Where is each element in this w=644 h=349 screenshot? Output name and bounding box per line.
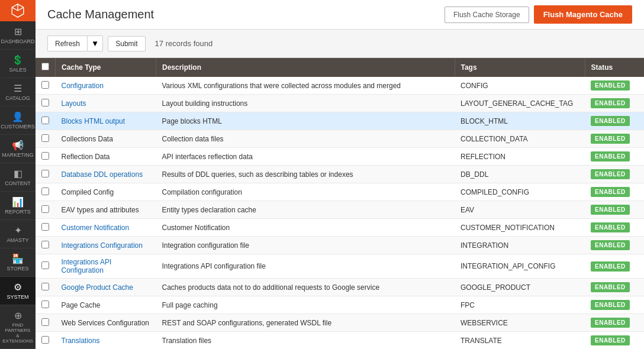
top-header: Cache Management Flush Cache Storage Flu… <box>36 0 644 30</box>
cache-type-link[interactable]: Customer Notification <box>62 224 130 232</box>
sidebar-item-find-partners[interactable]: ⊕ FIND PARTNERS& EXTENSIONS <box>0 305 36 349</box>
refresh-button[interactable]: Refresh <box>47 35 87 51</box>
description-cell: Full page caching <box>156 296 455 314</box>
status-badge: ENABLED <box>591 282 630 292</box>
cache-type-link[interactable]: Configuration <box>62 82 104 90</box>
toolbar: Refresh ▼ Submit 17 records found <box>36 30 644 58</box>
cache-type-link[interactable]: Integrations Configuration <box>62 241 143 250</box>
status-badge: ENABLED <box>591 187 630 197</box>
sidebar-item-stores[interactable]: 🏪 STORES <box>0 248 36 277</box>
cache-type-link[interactable]: Integrations API Configuration <box>62 258 112 274</box>
tags-cell: CUSTOMER_NOTIFICATION <box>455 219 585 237</box>
status-badge: ENABLED <box>591 240 630 250</box>
sidebar-item-dashboard[interactable]: ⊞ DASHBOARD <box>0 21 36 50</box>
description-cell: Entity types declaration cache <box>156 201 455 219</box>
row-checkbox[interactable] <box>41 205 49 213</box>
records-count: 17 records found <box>155 39 213 48</box>
customers-icon: 👤 <box>12 111 24 122</box>
row-checkbox[interactable] <box>41 81 49 89</box>
cache-type-cell: Customer Notification <box>56 219 156 237</box>
description-cell: Integrations API configuration file <box>156 254 455 279</box>
tags-cell: BLOCK_HTML <box>455 112 585 130</box>
row-checkbox[interactable] <box>41 134 49 142</box>
row-checkbox[interactable] <box>41 241 49 248</box>
cache-table-container: Cache Type Description Tags Status Confi… <box>36 58 644 349</box>
sidebar-logo[interactable] <box>0 0 36 21</box>
submit-button[interactable]: Submit <box>108 36 145 51</box>
cache-type-cell: Translations <box>56 332 156 350</box>
select-all-checkbox[interactable] <box>41 63 49 70</box>
status-cell: ENABLED <box>585 219 644 237</box>
cache-type-cell: Database DDL operations <box>56 166 156 183</box>
cache-type-cell: Integrations Configuration <box>56 237 156 254</box>
status-cell: ENABLED <box>585 237 644 254</box>
status-badge: ENABLED <box>591 151 630 161</box>
cache-type-cell: Layouts <box>56 95 156 112</box>
row-checkbox[interactable] <box>41 152 49 160</box>
refresh-dropdown-button[interactable]: ▼ <box>87 35 103 51</box>
description-cell: API interfaces reflection data <box>156 148 455 166</box>
cache-type-link[interactable]: Layouts <box>62 99 86 108</box>
cache-type-header: Cache Type <box>56 58 156 77</box>
status-badge: ENABLED <box>591 134 630 144</box>
row-checkbox[interactable] <box>41 261 49 269</box>
row-checkbox[interactable] <box>41 170 49 177</box>
table-row: Compiled ConfigCompilation configuration… <box>36 183 644 201</box>
row-checkbox[interactable] <box>41 188 49 195</box>
status-cell: ENABLED <box>585 254 644 279</box>
row-checkbox[interactable] <box>41 99 49 106</box>
sidebar-item-marketing[interactable]: 📢 MARKETING <box>0 135 36 163</box>
status-cell: ENABLED <box>585 166 644 183</box>
sidebar-item-content[interactable]: ◧ CONTENT <box>0 163 36 192</box>
cache-type-link[interactable]: Google Product Cache <box>62 283 133 292</box>
sidebar-item-reports[interactable]: 📊 REPORTS <box>0 192 36 220</box>
tags-cell: INTEGRATION <box>455 237 585 254</box>
tags-cell: EAV <box>455 201 585 219</box>
cache-type-link[interactable]: Blocks HTML output <box>62 117 125 125</box>
status-cell: ENABLED <box>585 130 644 148</box>
table-row: Google Product CacheCaches products data… <box>36 279 644 296</box>
sales-icon: 💲 <box>12 54 24 66</box>
row-checkbox[interactable] <box>41 318 49 326</box>
amasty-icon: ✦ <box>14 225 22 236</box>
sidebar-item-catalog[interactable]: ☰ CATALOG <box>0 78 36 106</box>
marketing-icon: 📢 <box>12 140 24 151</box>
page-title: Cache Management <box>47 8 154 21</box>
catalog-icon: ☰ <box>14 83 22 94</box>
status-header: Status <box>585 58 644 77</box>
cache-type-link[interactable]: Database DDL operations <box>62 170 143 179</box>
status-badge: ENABLED <box>591 335 630 345</box>
tags-cell: LAYOUT_GENERAL_CACHE_TAG <box>455 95 585 112</box>
status-cell: ENABLED <box>585 201 644 219</box>
tags-cell: TRANSLATE <box>455 332 585 350</box>
row-checkbox[interactable] <box>41 117 49 124</box>
flush-magento-cache-button[interactable]: Flush Magento Cache <box>534 5 632 24</box>
sidebar-item-customers[interactable]: 👤 CUSTOMERS <box>0 106 36 135</box>
status-badge: ENABLED <box>591 261 630 272</box>
description-cell: Caches products data not to do additiona… <box>156 279 455 296</box>
cache-type-cell: EAV types and attributes <box>56 201 156 219</box>
status-badge: ENABLED <box>591 318 630 328</box>
status-badge: ENABLED <box>591 80 630 91</box>
table-row: ConfigurationVarious XML configurations … <box>36 77 644 95</box>
row-checkbox[interactable] <box>41 223 49 231</box>
tags-header: Tags <box>455 58 585 77</box>
sidebar-item-amasty[interactable]: ✦ AMASTY <box>0 220 36 248</box>
row-checkbox[interactable] <box>41 300 49 308</box>
cache-type-link[interactable]: Translations <box>62 337 100 345</box>
select-all-header <box>36 58 56 77</box>
header-actions: Flush Cache Storage Flush Magento Cache <box>445 5 632 24</box>
cache-table: Cache Type Description Tags Status Confi… <box>36 58 644 349</box>
flush-cache-storage-button[interactable]: Flush Cache Storage <box>445 7 529 23</box>
sidebar-item-system[interactable]: ⚙ SYSTEM <box>0 277 36 305</box>
row-checkbox[interactable] <box>41 336 49 344</box>
description-cell: Translation files <box>156 332 455 350</box>
tags-cell: COLLECTION_DATA <box>455 130 585 148</box>
status-cell: ENABLED <box>585 77 644 95</box>
sidebar-item-sales[interactable]: 💲 SALES <box>0 50 36 78</box>
table-row: Integrations API ConfigurationIntegratio… <box>36 254 644 279</box>
row-checkbox[interactable] <box>41 283 49 290</box>
cache-type-cell: Integrations API Configuration <box>56 254 156 279</box>
table-row: Blocks HTML outputPage blocks HTMLBLOCK_… <box>36 112 644 130</box>
status-badge: ENABLED <box>591 169 630 179</box>
